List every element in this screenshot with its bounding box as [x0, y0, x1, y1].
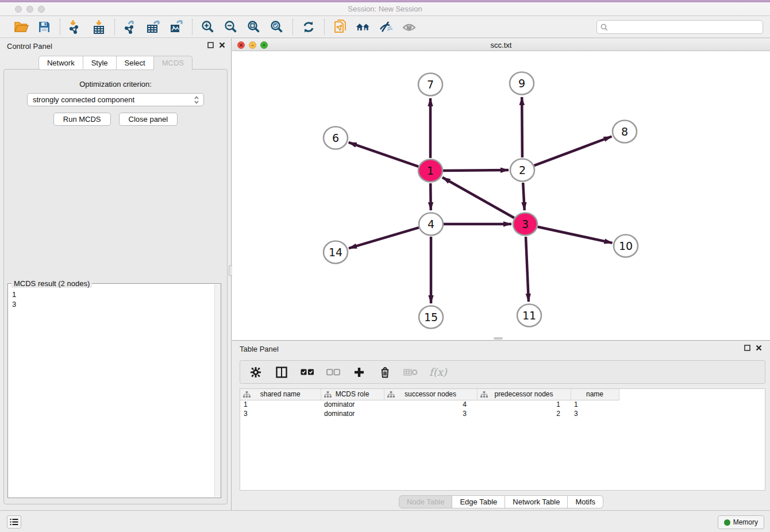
- memory-button[interactable]: Memory: [718, 515, 764, 529]
- memory-label: Memory: [733, 518, 758, 526]
- float-table-panel-icon[interactable]: [744, 345, 750, 351]
- zoom-in-icon[interactable]: [201, 20, 215, 34]
- export-table-icon[interactable]: [146, 20, 161, 34]
- delete-table-icon[interactable]: [403, 365, 418, 380]
- column-header-MCDS-role[interactable]: MCDS role: [321, 389, 384, 400]
- table-panel-tabs: Node TableEdge TableNetwork TableMotifs: [232, 495, 770, 508]
- control-panel-title: Control Panel: [7, 42, 52, 51]
- node-4[interactable]: 4: [419, 213, 443, 236]
- node-15[interactable]: 15: [419, 306, 443, 329]
- delete-column-icon[interactable]: [378, 365, 392, 380]
- new-network-from-selection-icon[interactable]: [333, 20, 348, 34]
- criterion-value: strongly connected component: [33, 95, 193, 104]
- attribute-icon: [480, 391, 488, 399]
- tab-network[interactable]: Network: [38, 56, 83, 70]
- refresh-icon[interactable]: [301, 20, 316, 34]
- edge-3-10[interactable]: [538, 227, 613, 243]
- select-all-icon[interactable]: [300, 365, 315, 380]
- show-all-icon[interactable]: [402, 20, 417, 34]
- attribute-icon: [387, 391, 395, 399]
- node-14[interactable]: 14: [324, 241, 348, 264]
- window-title: Session: New Session: [0, 5, 770, 13]
- tab-style[interactable]: Style: [83, 56, 117, 70]
- svg-text:10: 10: [619, 240, 633, 252]
- import-network-icon[interactable]: [68, 20, 83, 34]
- tab-node-table[interactable]: Node Table: [399, 495, 453, 508]
- edge-2-3[interactable]: [523, 183, 525, 210]
- edge-1-6[interactable]: [349, 142, 419, 167]
- hide-selected-icon[interactable]: [379, 20, 394, 34]
- edge-2-8[interactable]: [534, 137, 612, 166]
- column-header-name[interactable]: name: [571, 389, 619, 400]
- edge-3-1[interactable]: [442, 178, 514, 218]
- import-table-icon[interactable]: [91, 20, 106, 34]
- run-mcds-button[interactable]: Run MCDS: [53, 113, 111, 126]
- node-9[interactable]: 9: [510, 72, 534, 95]
- deselect-all-icon[interactable]: [326, 365, 341, 380]
- column-header-filler: [619, 389, 765, 400]
- criterion-select[interactable]: strongly connected component: [27, 93, 204, 106]
- tab-edge-table[interactable]: Edge Table: [452, 495, 505, 508]
- edge-1-2[interactable]: [443, 170, 509, 171]
- search-input[interactable]: [610, 23, 763, 31]
- optimization-criterion-label: Optimization criterion:: [4, 80, 227, 88]
- control-panel-tabs: NetworkStyleSelectMCDS: [0, 56, 231, 70]
- edge-3-11[interactable]: [526, 237, 529, 302]
- zoom-fit-icon[interactable]: [247, 20, 261, 34]
- table-row[interactable]: 3dominator323: [240, 409, 765, 418]
- network-canvas[interactable]: 7968124314101511: [232, 52, 770, 340]
- memory-status-icon: [724, 519, 730, 526]
- add-column-icon[interactable]: [352, 365, 367, 380]
- svg-text:6: 6: [332, 132, 339, 144]
- zoom-selected-icon[interactable]: [270, 20, 284, 34]
- edge-2-9[interactable]: [522, 97, 522, 157]
- close-panel-icon[interactable]: [219, 42, 225, 48]
- column-header-successor-nodes[interactable]: successor nodes: [384, 389, 477, 400]
- network-hscroll-stub[interactable]: [494, 337, 503, 340]
- node-7[interactable]: 7: [418, 74, 442, 96]
- column-header-predecessor-nodes[interactable]: predecessor nodes: [477, 389, 571, 400]
- float-panel-icon[interactable]: [207, 42, 214, 48]
- edge-4-14[interactable]: [349, 228, 419, 248]
- open-session-icon[interactable]: [14, 20, 29, 34]
- table-toolbar: f(x): [240, 360, 765, 384]
- save-session-icon[interactable]: [37, 20, 52, 34]
- network-view-window: ✕ − + scc.txt 7968124314101511: [232, 38, 770, 341]
- node-2[interactable]: 2: [510, 159, 534, 182]
- close-table-panel-icon[interactable]: [756, 345, 762, 351]
- tab-mcds[interactable]: MCDS: [154, 56, 192, 70]
- first-neighbors-icon[interactable]: [356, 20, 371, 34]
- task-monitor-button[interactable]: [7, 515, 21, 529]
- svg-text:2: 2: [519, 164, 526, 176]
- node-6[interactable]: 6: [324, 127, 348, 149]
- node-1[interactable]: 1: [418, 160, 442, 182]
- export-image-icon[interactable]: [169, 20, 184, 34]
- result-scrollbar[interactable]: [214, 284, 221, 497]
- zoom-out-icon[interactable]: [224, 20, 238, 34]
- function-builder-icon[interactable]: f(x): [429, 366, 447, 378]
- table-panel-title: Table Panel: [240, 345, 279, 353]
- titlebar: Session: New Session: [0, 0, 770, 16]
- mcds-panel: Optimization criterion: strongly connect…: [3, 69, 228, 504]
- node-8[interactable]: 8: [613, 121, 637, 143]
- tab-motifs[interactable]: Motifs: [568, 495, 603, 508]
- export-network-icon[interactable]: [123, 20, 138, 34]
- tab-select[interactable]: Select: [117, 56, 154, 70]
- node-10[interactable]: 10: [614, 235, 638, 257]
- search-icon: [600, 24, 608, 31]
- tab-network-table[interactable]: Network Table: [505, 495, 568, 508]
- table-row[interactable]: 1dominator411: [240, 400, 765, 409]
- network-window-titlebar[interactable]: ✕ − + scc.txt: [232, 38, 770, 51]
- edge-1-4[interactable]: [430, 183, 431, 210]
- table-options-icon[interactable]: [248, 365, 263, 380]
- search-field[interactable]: [596, 20, 763, 34]
- column-header-shared-name[interactable]: shared name: [240, 389, 321, 400]
- node-3[interactable]: 3: [513, 213, 537, 236]
- close-panel-button[interactable]: Close panel: [119, 113, 178, 126]
- column-layout-icon[interactable]: [274, 365, 289, 380]
- network-graph[interactable]: 7968124314101511: [232, 52, 770, 341]
- node-11[interactable]: 11: [517, 304, 541, 327]
- stepper-icon: [193, 95, 200, 105]
- window-top-edge: [0, 0, 770, 2]
- network-title: scc.txt: [232, 41, 770, 49]
